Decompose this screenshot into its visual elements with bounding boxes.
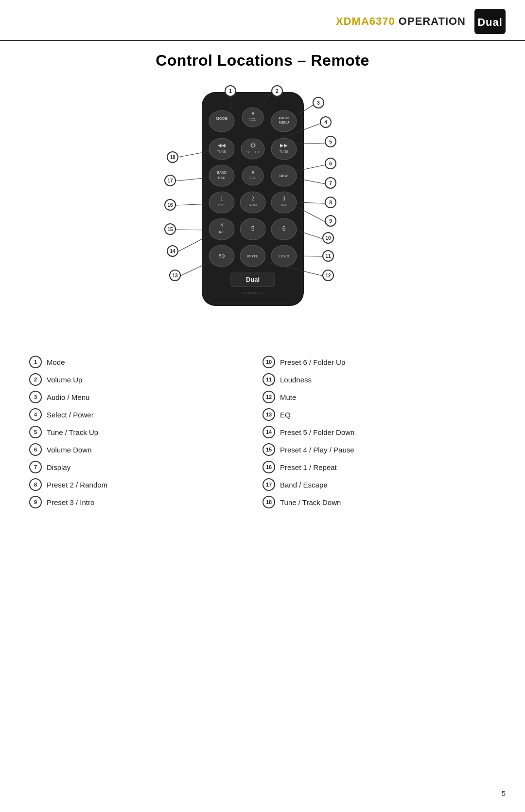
svg-text:16: 16 xyxy=(167,202,173,208)
svg-text:7: 7 xyxy=(329,180,332,186)
legend-item-16: 16 Preset 1 / Repeat xyxy=(262,461,496,473)
model-name: XDMA6370 xyxy=(336,15,395,27)
svg-text:2: 2 xyxy=(251,196,254,201)
svg-point-29 xyxy=(209,192,234,213)
svg-text:TUNE: TUNE xyxy=(279,150,288,153)
svg-text:5: 5 xyxy=(329,139,332,144)
legend-num-16: 16 xyxy=(262,461,275,473)
legend-item-7: 7 Display xyxy=(29,461,262,473)
legend-text-11: Loudness xyxy=(280,376,312,384)
legend-text-4: Select / Power xyxy=(47,411,94,419)
legend-num-13: 13 xyxy=(262,408,275,421)
svg-text:BAND: BAND xyxy=(217,171,227,174)
legend-text-14: Preset 5 / Folder Down xyxy=(280,428,354,436)
svg-text:ESC: ESC xyxy=(218,176,225,180)
svg-text:TUNE: TUNE xyxy=(217,150,226,153)
legend-num-14: 14 xyxy=(262,426,275,438)
svg-text:Dual: Dual xyxy=(477,16,503,28)
legend-item-17: 17 Band / Escape xyxy=(262,478,496,491)
legend-item-2: 2 Volume Up xyxy=(29,373,262,386)
svg-point-38 xyxy=(209,218,234,240)
svg-text:5: 5 xyxy=(251,225,255,232)
legend-text-5: Tune / Track Up xyxy=(47,428,98,436)
page-footer: 5 xyxy=(0,784,525,802)
svg-text:18: 18 xyxy=(170,155,175,160)
svg-point-18 xyxy=(271,138,297,160)
legend-item-14: 14 Preset 5 / Folder Down xyxy=(262,426,496,438)
svg-text:3: 3 xyxy=(282,196,285,201)
svg-text:◀◀: ◀◀ xyxy=(218,143,226,148)
remote-diagram-area: MODE ∧ VOL AUDIO MENU ◀◀ TUNE ⏻ SELECT ▶… xyxy=(0,78,525,336)
svg-text:VOL: VOL xyxy=(249,176,256,180)
svg-text:1: 1 xyxy=(229,89,232,94)
legend-item-3: 3 Audio / Menu xyxy=(29,391,262,403)
legend-num-4: 4 xyxy=(29,408,42,421)
legend-num-8: 8 xyxy=(29,478,42,491)
legend-num-11: 11 xyxy=(262,373,275,386)
dual-logo: Dual xyxy=(474,9,506,34)
svg-text:AUDIO: AUDIO xyxy=(279,116,290,120)
svg-point-21 xyxy=(209,165,234,186)
legend-num-9: 9 xyxy=(29,496,42,508)
svg-text:MENU: MENU xyxy=(279,121,289,124)
page-number: 5 xyxy=(502,789,506,797)
legend-text-15: Preset 4 / Play / Pause xyxy=(280,446,354,454)
legend-item-18: 18 Tune / Track Down xyxy=(262,496,496,508)
legend-item-5: 5 Tune / Track Up xyxy=(29,426,262,438)
legend-text-17: Band / Escape xyxy=(280,481,328,489)
svg-text:9: 9 xyxy=(329,218,332,224)
page-title: Control Locations – Remote xyxy=(0,52,525,70)
legend-num-18: 18 xyxy=(262,496,275,508)
svg-text:12: 12 xyxy=(325,273,331,278)
legend-num-1: 1 xyxy=(29,356,42,368)
svg-text:14: 14 xyxy=(170,249,175,254)
svg-text:3: 3 xyxy=(317,100,320,106)
legend-num-15: 15 xyxy=(262,443,275,456)
legend-item-8: 8 Preset 2 / Random xyxy=(29,478,262,491)
svg-text:4: 4 xyxy=(324,120,327,125)
svg-text:11: 11 xyxy=(325,253,331,259)
legend-item-4: 4 Select / Power xyxy=(29,408,262,421)
legend-text-2: Volume Up xyxy=(47,376,82,384)
legend-item-13: 13 EQ xyxy=(262,408,496,421)
legend-item-9: 9 Preset 3 / Intro xyxy=(29,496,262,508)
legend-item-6: 6 Volume Down xyxy=(29,443,262,456)
legend-text-1: Mode xyxy=(47,358,65,366)
legend-text-16: Preset 1 / Repeat xyxy=(280,463,337,471)
svg-text:6: 6 xyxy=(282,225,286,232)
legend-num-7: 7 xyxy=(29,461,42,473)
svg-text:RDM: RDM xyxy=(249,203,257,207)
legend-text-9: Preset 3 / Intro xyxy=(47,498,94,506)
svg-text:∨: ∨ xyxy=(251,168,255,175)
legend-text-8: Preset 2 / Random xyxy=(47,481,107,489)
svg-text:EQ: EQ xyxy=(218,253,225,258)
svg-point-35 xyxy=(271,192,297,213)
legend-item-12: 12 Mute xyxy=(262,391,496,403)
remote-svg-container: MODE ∧ VOL AUDIO MENU ◀◀ TUNE ⏻ SELECT ▶… xyxy=(126,78,399,336)
svg-text:1: 1 xyxy=(220,196,223,201)
legend-text-3: Audio / Menu xyxy=(47,393,89,401)
page-header: XDMA6370 OPERATION Dual xyxy=(0,0,525,41)
legend-num-5: 5 xyxy=(29,426,42,438)
legend-num-10: 10 xyxy=(262,356,275,368)
svg-point-12 xyxy=(209,138,234,160)
svg-text:∧: ∧ xyxy=(251,110,255,117)
svg-text:LOUD: LOUD xyxy=(279,254,290,258)
svg-text:2: 2 xyxy=(276,89,279,94)
svg-text:8: 8 xyxy=(329,200,332,205)
legend-text-7: Display xyxy=(47,463,70,471)
legend-right-col: 10 Preset 6 / Folder Up 11 Loudness 12 M… xyxy=(262,356,496,508)
legend-text-6: Volume Down xyxy=(47,446,92,454)
legend-text-10: Preset 6 / Folder Up xyxy=(280,358,345,366)
svg-text:RPT: RPT xyxy=(218,203,226,207)
legend-num-3: 3 xyxy=(29,391,42,403)
legend-area: 1 Mode 2 Volume Up 3 Audio / Menu 4 Sele… xyxy=(0,351,525,513)
svg-text:MUTE: MUTE xyxy=(247,254,259,258)
svg-text:⏻: ⏻ xyxy=(250,142,256,148)
svg-text:10: 10 xyxy=(325,235,331,241)
legend-num-2: 2 xyxy=(29,373,42,386)
header-title: XDMA6370 OPERATION xyxy=(336,15,466,28)
svg-text:▶▶: ▶▶ xyxy=(280,143,288,148)
operation-word: OPERATION xyxy=(399,15,466,27)
svg-point-32 xyxy=(240,192,265,213)
